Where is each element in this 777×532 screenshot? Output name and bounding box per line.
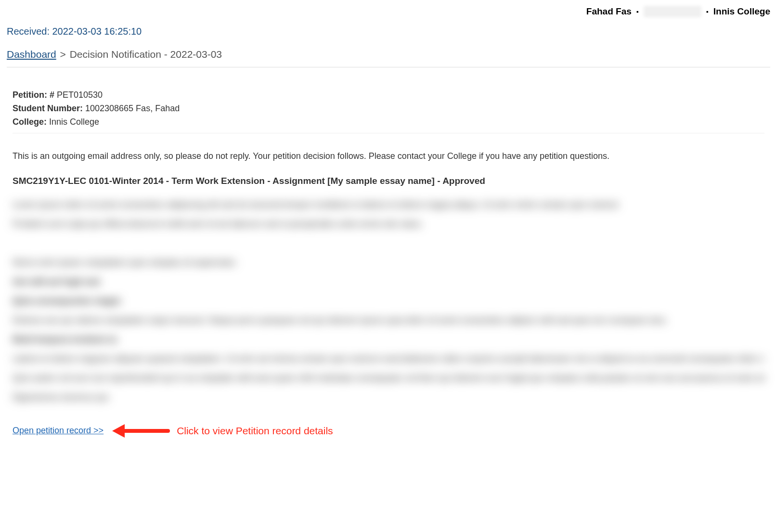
petition-label: Petition: # (13, 90, 54, 100)
petition-number: PET010530 (57, 90, 103, 100)
user-header: Fahad Fas ▪ ▪ Innis College (7, 6, 770, 17)
received-timestamp: Received: 2022-03-03 16:25:10 (7, 26, 770, 37)
student-number-label: Student Number: (13, 104, 83, 113)
user-name: Fahad Fas (586, 6, 632, 17)
separator-dot: ▪ (706, 8, 709, 15)
open-petition-link[interactable]: Open petition record >> (13, 426, 104, 436)
disclaimer-text: This is an outgoing email address only, … (13, 150, 764, 162)
breadcrumb-current: Decision Notification - 2022-03-03 (70, 49, 222, 60)
decision-title: SMC219Y1Y-LEC 0101-Winter 2014 - Term Wo… (13, 176, 764, 186)
redacted-body: Lorem ipsum dolor sit amet consectetur a… (13, 193, 764, 413)
breadcrumb-separator: > (60, 49, 66, 60)
separator-dot: ▪ (636, 8, 639, 15)
annotation-text: Click to view Petition record details (177, 425, 333, 437)
dashboard-link[interactable]: Dashboard (7, 49, 56, 60)
student-number-value: 1002308665 Fas, Fahad (85, 104, 180, 113)
college-value: Innis College (49, 117, 99, 127)
user-college: Innis College (713, 6, 770, 17)
breadcrumb: Dashboard > Decision Notification - 2022… (7, 49, 770, 60)
redacted-field (644, 6, 701, 17)
divider (7, 67, 770, 67)
arrow-left-icon (112, 427, 170, 435)
petition-info-block: Petition: # PET010530 Student Number: 10… (13, 89, 764, 133)
footer-row: Open petition record >> Click to view Pe… (13, 425, 764, 437)
college-label: College: (13, 117, 47, 127)
